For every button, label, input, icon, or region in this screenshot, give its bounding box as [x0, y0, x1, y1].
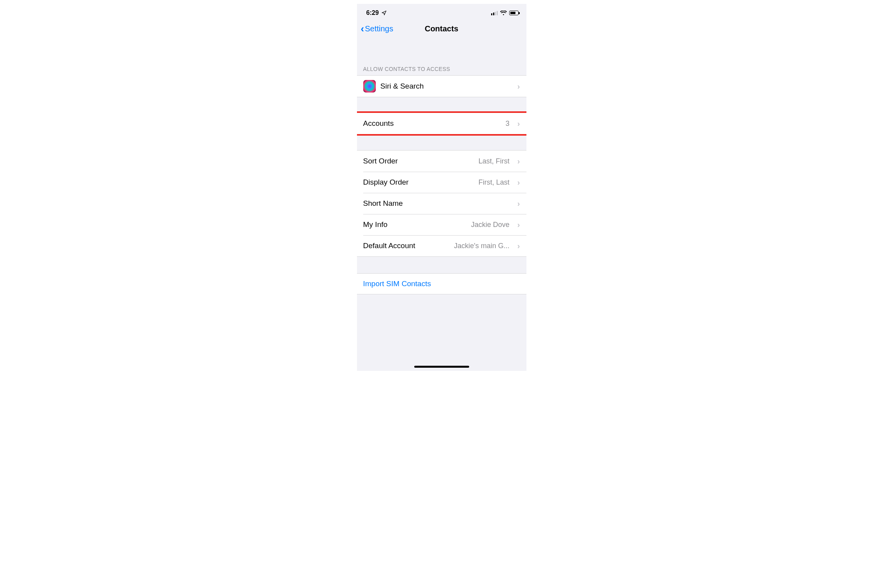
battery-icon [509, 11, 519, 15]
status-bar: 6:29 [357, 4, 526, 19]
row-short-name[interactable]: Short Name › [357, 193, 526, 214]
row-value: Jackie Dove [392, 221, 510, 229]
status-icons [491, 11, 519, 16]
row-sort-order[interactable]: Sort Order Last, First › [357, 151, 526, 172]
nav-header: ‹ Settings Contacts [357, 19, 526, 38]
cellular-icon [491, 11, 498, 15]
row-label: My Info [363, 220, 388, 229]
section-header-access: ALLOW CONTACTS TO ACCESS [357, 38, 526, 75]
location-arrow-icon [381, 10, 387, 16]
row-label: Default Account [363, 241, 415, 250]
phone-frame: 6:29 ‹ Settings [357, 4, 526, 371]
row-import-sim[interactable]: Import SIM Contacts [357, 273, 526, 294]
siri-icon [363, 80, 376, 93]
wifi-icon [500, 11, 507, 16]
back-label: Settings [365, 24, 393, 33]
chevron-right-icon: › [517, 120, 520, 127]
chevron-right-icon: › [517, 242, 520, 250]
import-sim-label: Import SIM Contacts [363, 279, 431, 288]
row-value: Jackie's main G... [420, 242, 510, 250]
status-time: 6:29 [366, 9, 379, 16]
chevron-right-icon: › [517, 157, 520, 165]
row-default-account[interactable]: Default Account Jackie's main G... › [357, 235, 526, 256]
chevron-right-icon: › [517, 178, 520, 186]
home-indicator [414, 366, 469, 368]
row-label: Sort Order [363, 157, 398, 165]
row-display-order[interactable]: Display Order First, Last › [357, 172, 526, 193]
row-value: First, Last [413, 178, 510, 187]
group-accounts: Accounts 3 › [357, 113, 526, 134]
chevron-right-icon: › [517, 200, 520, 207]
row-label: Display Order [363, 178, 409, 187]
row-siri-search[interactable]: Siri & Search › [357, 76, 526, 97]
back-button[interactable]: ‹ Settings [361, 24, 393, 34]
row-label: Accounts [363, 119, 394, 128]
row-value: Last, First [402, 157, 510, 165]
chevron-left-icon: ‹ [361, 24, 364, 34]
row-accounts[interactable]: Accounts 3 › [357, 113, 526, 134]
row-label: Siri & Search [381, 82, 424, 91]
row-my-info[interactable]: My Info Jackie Dove › [357, 214, 526, 235]
status-time-group: 6:29 [366, 9, 387, 16]
chevron-right-icon: › [517, 221, 520, 229]
row-label: Short Name [363, 199, 403, 208]
row-value: 3 [399, 120, 510, 128]
group-access: Siri & Search › [357, 75, 526, 97]
chevron-right-icon: › [517, 82, 520, 90]
group-settings: Sort Order Last, First › Display Order F… [357, 150, 526, 257]
